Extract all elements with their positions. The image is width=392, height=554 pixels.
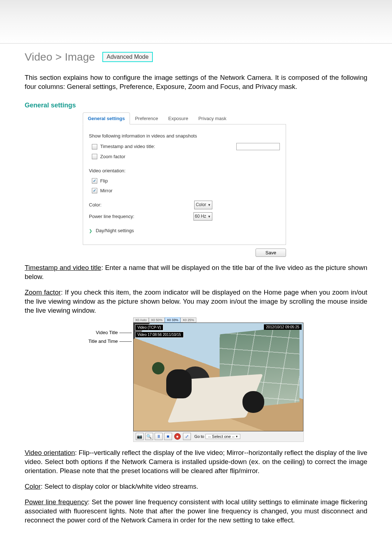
scene-chair <box>242 391 264 413</box>
leader-line <box>119 333 132 333</box>
daynight-label: Day/Night settings <box>96 228 134 233</box>
section-title-general: General settings <box>25 102 367 109</box>
chevron-down-icon: ▼ <box>208 202 211 208</box>
plf-select[interactable]: 60 Hz ▼ <box>193 212 212 221</box>
overlay-title-time: Video 17:08:56 2011/10/15 <box>135 332 184 338</box>
plf-value: 60 Hz <box>195 213 206 221</box>
label-title-time: Title and Time <box>88 337 118 346</box>
video-title-input[interactable] <box>236 143 280 150</box>
res-tab[interactable]: X0 25% <box>180 317 196 323</box>
zoom-icon[interactable]: 🔍 <box>145 433 153 440</box>
page-title: Video > Image <box>25 51 95 63</box>
color-select[interactable]: Color ▼ <box>194 201 212 209</box>
tab-exposure[interactable]: Exposure <box>163 112 193 124</box>
checkbox-mirror[interactable] <box>92 188 97 193</box>
flip-label: Flip <box>100 177 108 185</box>
color-text: : Select to display color or black/white… <box>41 483 198 490</box>
checkbox-zoom-factor[interactable] <box>92 154 97 159</box>
color-underline: Color <box>25 483 41 490</box>
tab-general-settings[interactable]: General settings <box>83 112 130 124</box>
checkbox-flip[interactable] <box>92 178 97 184</box>
live-view[interactable]: Video (TCP-V) Video 17:08:56 2011/10/15 … <box>133 323 303 431</box>
res-tab[interactable]: X0 Auto <box>133 317 149 323</box>
goto-value: -- Select one -- <box>208 434 234 439</box>
tab-privacy-mask[interactable]: Privacy mask <box>193 112 231 124</box>
save-button[interactable]: Save <box>256 249 286 257</box>
zoom-factor-underline: Zoom factor <box>25 288 61 296</box>
expand-icon: ❯ <box>89 229 92 233</box>
mode-badge: Advanced Mode <box>102 52 153 62</box>
chevron-down-icon: ▾ <box>236 435 238 438</box>
intro-paragraph: This section explains how to configure t… <box>25 73 367 91</box>
label-video-title: Video Title <box>96 328 118 337</box>
res-tab[interactable]: X0 50% <box>149 317 165 323</box>
pause-icon[interactable]: ⏸ <box>155 433 163 440</box>
resolution-tabs: X0 Auto X0 50% X0 33% X0 25% <box>133 317 304 323</box>
overlay-timestamp: 2012/10/12 09:05:25 <box>264 324 302 330</box>
orientation-label: Video orientation: <box>89 167 280 175</box>
zoom-factor-label: Zoom factor <box>100 152 125 161</box>
orientation-text: : Flip--vertically reflect the display o… <box>25 449 367 475</box>
settings-panel: General settings Preference Exposure Pri… <box>83 112 286 245</box>
show-info-label: Show following information in videos and… <box>89 132 280 140</box>
timestamp-title-underline: Timestamp and video title <box>25 264 101 271</box>
daynight-expand[interactable]: ❯ Day/Night settings <box>89 226 280 235</box>
stop-icon[interactable]: ■ <box>164 433 172 440</box>
plf-underline: Power line frequency <box>25 498 88 506</box>
leader-line <box>119 341 132 342</box>
scene-plant <box>150 356 166 381</box>
timestamp-label: Timestamp and video title: <box>100 142 155 151</box>
chevron-down-icon: ▼ <box>208 214 211 219</box>
goto-label: Go to <box>195 434 204 439</box>
scene-sofa <box>166 369 192 398</box>
orientation-underline: Video orientation <box>25 449 75 456</box>
color-label: Color: <box>89 201 102 209</box>
fullscreen-icon[interactable]: ⤢ <box>183 433 191 440</box>
plf-label: Power line frequency: <box>89 212 134 221</box>
record-icon[interactable]: ● <box>173 433 181 440</box>
tab-preference[interactable]: Preference <box>130 112 163 124</box>
mirror-label: Mirror <box>100 186 113 195</box>
goto-select[interactable]: -- Select one -- ▾ <box>205 434 240 439</box>
zoom-factor-text: : If you check this item, the zoom indic… <box>25 288 367 314</box>
checkbox-timestamp[interactable] <box>92 144 97 149</box>
res-tab[interactable]: X0 33% <box>165 317 181 323</box>
snapshot-icon[interactable]: 📷 <box>136 433 144 440</box>
header-gradient <box>0 0 392 44</box>
color-value: Color <box>196 201 206 209</box>
overlay-video-title: Video (TCP-V) <box>135 324 164 331</box>
